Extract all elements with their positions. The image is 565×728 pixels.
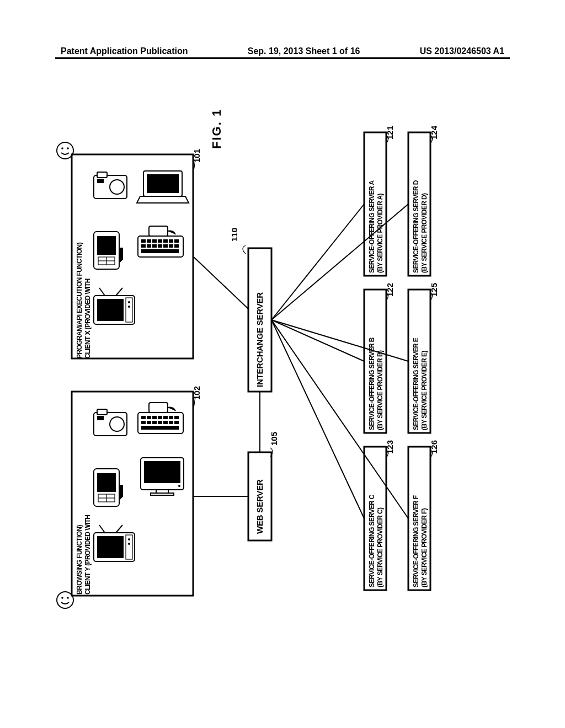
webserver-label: WEB SERVER <box>255 479 264 534</box>
svg-rect-23 <box>141 244 146 248</box>
svg-point-35 <box>128 306 130 308</box>
ref-125: 125 <box>429 283 439 297</box>
monitor-icon <box>141 458 184 495</box>
svg-rect-58 <box>158 421 162 424</box>
svg-rect-59 <box>163 421 168 424</box>
svg-rect-16 <box>141 239 146 243</box>
servers: SERVICE-OFFERING SERVER A (BY SERVICE PR… <box>364 125 439 590</box>
svg-rect-7 <box>97 179 104 183</box>
svg-point-77 <box>128 543 130 545</box>
server-a-l2: (BY SERVICE PROVIDER A) <box>376 193 384 273</box>
server-f-l1: SERVICE-OFFERING SERVER F <box>412 495 420 587</box>
client-y-block: CLIENT Y (PROVIDED WITH BROWSING FUNCTIO… <box>57 386 201 608</box>
svg-rect-57 <box>152 421 157 424</box>
svg-rect-6 <box>97 172 107 178</box>
svg-rect-51 <box>158 416 162 419</box>
ref-121: 121 <box>385 126 395 140</box>
server-f-l2: (BY SERVICE PROVIDER F) <box>420 508 428 587</box>
ref-124: 124 <box>429 125 439 140</box>
svg-rect-56 <box>147 421 151 424</box>
ref-126: 126 <box>429 440 439 454</box>
svg-rect-20 <box>163 239 168 243</box>
web-server: WEB SERVER 105 <box>248 432 279 540</box>
svg-rect-31 <box>149 226 168 236</box>
svg-rect-70 <box>144 461 180 483</box>
svg-point-41 <box>61 597 63 599</box>
svg-line-92 <box>271 204 364 320</box>
server-e-l1: SERVICE-OFFERING SERVER E <box>412 338 420 430</box>
laptop-icon <box>137 171 189 203</box>
svg-line-97 <box>271 320 408 518</box>
svg-point-71 <box>178 485 180 487</box>
svg-rect-53 <box>169 416 173 419</box>
ref-110: 110 <box>230 228 239 242</box>
svg-rect-45 <box>97 409 107 415</box>
client-x-l1: CLIENT X (PROVIDED WITH <box>84 279 92 358</box>
svg-rect-9 <box>147 174 179 193</box>
ref-122: 122 <box>385 283 395 297</box>
pda-icon <box>94 232 122 269</box>
hdr-right: US 2013/0246503 A1 <box>420 46 504 56</box>
svg-rect-21 <box>169 239 173 243</box>
svg-point-2 <box>61 147 63 149</box>
svg-rect-28 <box>169 244 173 248</box>
diagram-canvas: FIG. 1 CLIENT X (PROVIDED WITH PROGRAM/A… <box>55 72 510 667</box>
camera-icon <box>94 172 127 199</box>
server-d-l1: SERVICE-OFFERING SERVER D <box>412 180 420 273</box>
header-rule <box>55 57 510 59</box>
server-c-l2: (BY SERVICE PROVIDER C) <box>376 507 384 587</box>
client-y-l2: BROWSING FUNCTION) <box>76 525 83 595</box>
fig-label: FIG. 1 <box>210 109 223 149</box>
svg-line-89 <box>193 256 248 309</box>
svg-rect-11 <box>97 236 116 255</box>
camera-icon <box>94 409 127 436</box>
svg-rect-27 <box>163 244 168 248</box>
svg-point-34 <box>128 301 130 303</box>
server-c-l1: SERVICE-OFFERING SERVER C <box>368 494 376 587</box>
interchange-server: INTERCHANGE SERVER 110 <box>230 228 271 392</box>
svg-rect-19 <box>158 239 162 243</box>
svg-rect-25 <box>152 244 157 248</box>
svg-point-44 <box>110 417 124 431</box>
client-x-block: CLIENT X (PROVIDED WITH PROGRAM/API EXEC… <box>57 142 201 358</box>
client-y-l1: CLIENT Y (PROVIDED WITH <box>84 515 92 595</box>
svg-rect-24 <box>147 244 151 248</box>
client-x-l2: PROGRAM/API EXECUTION FUNCTION) <box>76 242 83 358</box>
hdr-center: Sep. 19, 2013 Sheet 1 of 16 <box>248 46 360 56</box>
ref-105: 105 <box>269 432 279 446</box>
svg-point-42 <box>67 597 69 599</box>
pda-icon <box>94 469 122 506</box>
svg-rect-55 <box>141 421 146 424</box>
svg-rect-60 <box>169 421 173 424</box>
svg-rect-49 <box>147 416 151 419</box>
svg-rect-36 <box>97 299 124 321</box>
svg-rect-18 <box>152 239 157 243</box>
interchange-label: INTERCHANGE SERVER <box>255 292 264 387</box>
svg-rect-22 <box>174 239 179 243</box>
svg-rect-29 <box>174 244 179 248</box>
svg-line-94 <box>271 320 364 518</box>
svg-rect-62 <box>141 426 179 430</box>
svg-rect-54 <box>174 416 179 419</box>
svg-rect-73 <box>151 493 174 495</box>
svg-rect-65 <box>97 473 116 492</box>
svg-point-40 <box>57 592 73 608</box>
svg-point-3 <box>67 147 69 149</box>
svg-rect-50 <box>152 416 157 419</box>
svg-rect-26 <box>158 244 162 248</box>
svg-rect-48 <box>141 416 146 419</box>
server-d-l2: (BY SERVICE PROVIDER D) <box>420 193 428 273</box>
svg-point-5 <box>110 180 124 194</box>
svg-rect-17 <box>147 239 151 243</box>
svg-line-95 <box>271 204 408 320</box>
svg-point-1 <box>57 142 73 159</box>
ref-123: 123 <box>385 440 395 454</box>
svg-rect-30 <box>141 249 179 253</box>
server-e-l2: (BY SERVICE PROVIDER E) <box>420 351 428 430</box>
svg-rect-52 <box>163 416 168 419</box>
server-b-l2: (BY SERVICE PROVIDER B) <box>376 350 384 430</box>
hdr-left: Patent Application Publication <box>61 46 188 56</box>
svg-rect-63 <box>149 403 168 413</box>
svg-line-96 <box>271 320 408 361</box>
server-a-l1: SERVICE-OFFERING SERVER A <box>368 180 376 273</box>
